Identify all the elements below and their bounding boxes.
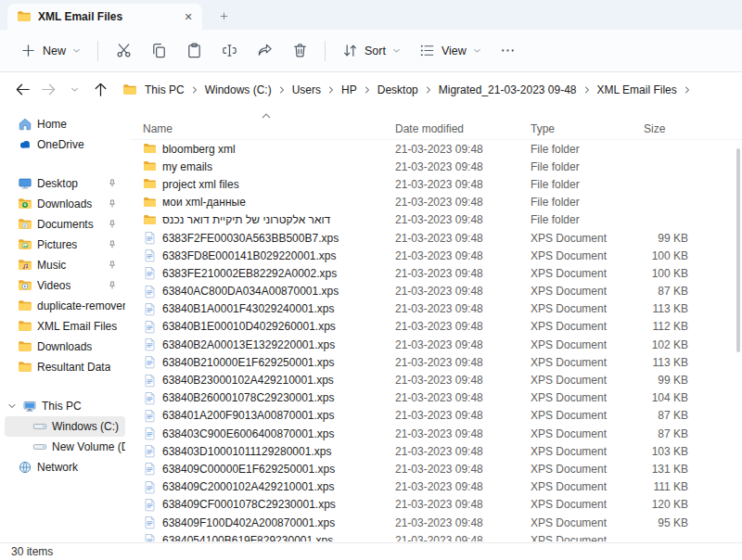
- file-row[interactable]: my emails21-03-2023 09:48File folder: [130, 158, 742, 175]
- breadcrumb-item[interactable]: Windows (C:): [201, 81, 275, 99]
- file-row[interactable]: דואר אלקטרוני של תיקיית דואר נכנס21-03-2…: [130, 211, 742, 229]
- sidebar-item[interactable]: Desktop: [5, 173, 125, 194]
- file-size: 87 KB: [644, 285, 712, 298]
- breadcrumb-item[interactable]: Desktop: [374, 81, 422, 99]
- sidebar-item-label: Home: [37, 118, 67, 131]
- back-button[interactable]: [9, 77, 35, 103]
- file-date-modified: 21-03-2023 09:48: [395, 320, 531, 333]
- breadcrumb-item[interactable]: Users: [288, 81, 325, 99]
- file-row[interactable]: 63840B2A00013E1329220001.xps21-03-2023 0…: [130, 336, 742, 353]
- new-button[interactable]: New: [11, 35, 90, 66]
- vertical-scrollbar[interactable]: [736, 148, 740, 352]
- file-row[interactable]: 63840B1E00010D4029260001.xps21-03-2023 0…: [130, 318, 742, 336]
- rename-button[interactable]: [212, 35, 246, 67]
- recent-locations-button[interactable]: [61, 77, 87, 103]
- file-row[interactable]: 6383F2FE00030A563BB500B7.xps21-03-2023 0…: [130, 229, 742, 247]
- file-row[interactable]: 638409C00000E1F629250001.xps21-03-2023 0…: [130, 460, 742, 477]
- file-row[interactable]: bloomberg xml21-03-2023 09:48File folder: [130, 140, 742, 158]
- file-type: XPS Document: [531, 320, 644, 333]
- file-size: 99 KB: [644, 374, 712, 387]
- file-date-modified: 21-03-2023 09:48: [395, 160, 531, 173]
- file-row[interactable]: 63840AC800DA034A00870001.xps21-03-2023 0…: [130, 283, 742, 300]
- view-button-label: View: [441, 45, 467, 57]
- new-tab-button[interactable]: [211, 4, 236, 28]
- file-row[interactable]: 6383FE210002EB82292A0002.xps21-03-2023 0…: [130, 264, 742, 282]
- tab-close-icon[interactable]: ✕: [180, 8, 197, 25]
- file-type: XPS Document: [531, 516, 644, 529]
- file-row[interactable]: 638401A200F9013A00870001.xps21-03-2023 0…: [130, 407, 742, 425]
- forward-button[interactable]: [35, 77, 61, 103]
- column-header-type[interactable]: Type: [531, 122, 644, 135]
- breadcrumb-item[interactable]: This PC: [141, 81, 188, 99]
- file-row[interactable]: мои xml-данные21-03-2023 09:48File folde…: [130, 194, 742, 211]
- file-row[interactable]: 63840B1A0001F43029240001.xps21-03-2023 0…: [130, 300, 742, 318]
- tab-xml-email-files[interactable]: XML Email Files ✕: [7, 4, 202, 30]
- clipboard-icon: [186, 42, 203, 59]
- file-date-modified: 21-03-2023 09:48: [395, 463, 531, 476]
- file-name: 63840AC800DA034A00870001.xps: [162, 285, 339, 298]
- file-size: 100 KB: [644, 249, 712, 262]
- sidebar-item[interactable]: Downloads: [5, 194, 125, 214]
- arrow-up-icon: [92, 81, 109, 98]
- file-size: 131 KB: [644, 463, 712, 476]
- folder-icon: [18, 319, 32, 334]
- sidebar-item[interactable]: Music: [5, 255, 125, 275]
- column-header-name[interactable]: Name: [143, 122, 395, 135]
- trash-icon: [291, 42, 309, 59]
- file-row[interactable]: project xml files21-03-2023 09:48File fo…: [130, 175, 742, 193]
- sidebar-item[interactable]: New Volume (D:): [5, 437, 125, 457]
- file-row[interactable]: 638403D10001011129280001.xps21-03-2023 0…: [130, 442, 742, 460]
- sidebar-item[interactable]: XML Email Files: [5, 316, 125, 337]
- sidebar-item[interactable]: Resultant Data: [5, 357, 125, 377]
- delete-button[interactable]: [283, 35, 316, 67]
- file-row[interactable]: 638403C900E6006400870001.xps21-03-2023 0…: [130, 425, 742, 442]
- share-button[interactable]: [248, 35, 281, 67]
- folder-icon: [143, 196, 157, 210]
- view-button[interactable]: View: [410, 35, 491, 66]
- file-explorer-window: XML Email Files ✕ New: [0, 0, 742, 560]
- items-count: 30 items: [11, 545, 53, 558]
- sidebar-item[interactable]: duplicate-remover: [5, 296, 125, 316]
- sidebar-item[interactable]: Downloads: [5, 337, 125, 357]
- file-row[interactable]: 63840B23000102A429210001.xps21-03-2023 0…: [130, 371, 742, 388]
- sidebar-item[interactable]: Windows (C:): [5, 416, 125, 437]
- file-row[interactable]: 63840B260001078C29230001.xps21-03-2023 0…: [130, 389, 742, 407]
- sort-button[interactable]: Sort: [333, 35, 410, 66]
- breadcrumb-item[interactable]: XML Email Files: [594, 81, 681, 99]
- sidebar-item[interactable]: Documents: [5, 214, 125, 235]
- file-row[interactable]: 638409CF0001078C29230001.xps21-03-2023 0…: [130, 496, 742, 514]
- sidebar-item-label: Documents: [37, 218, 94, 231]
- new-button-label: New: [43, 45, 66, 57]
- copy-button[interactable]: [142, 35, 175, 67]
- file-type: XPS Document: [531, 232, 644, 245]
- file-name: 6383F2FE00030A563BB500B7.xps: [162, 232, 339, 245]
- network-icon: [18, 460, 32, 475]
- more-options-button[interactable]: [492, 35, 525, 67]
- file-row[interactable]: 638409F100D402A200870001.xps21-03-2023 0…: [130, 514, 742, 531]
- file-name: 638401A200F9013A00870001.xps: [162, 409, 335, 422]
- file-date-modified: 21-03-2023 09:48: [395, 213, 531, 226]
- sidebar-item[interactable]: Videos: [5, 275, 125, 296]
- file-row[interactable]: 6384054100B619F829230001.xps21-03-2023 0…: [130, 531, 742, 541]
- cut-button[interactable]: [107, 35, 140, 67]
- breadcrumb-item[interactable]: HP: [338, 81, 361, 99]
- file-name: 638403D10001011129280001.xps: [162, 445, 331, 458]
- sidebar-item[interactable]: OneDrive: [5, 134, 125, 155]
- file-name: דואר אלקטרוני של תיקיית דואר נכנס: [162, 213, 330, 226]
- breadcrumb-item[interactable]: Migrated_21-03-2023 09-48: [435, 81, 581, 99]
- sidebar-item[interactable]: This PC: [5, 396, 125, 416]
- file-type: XPS Document: [531, 249, 644, 262]
- file-row[interactable]: 638409C2000102A429210001.xps21-03-2023 0…: [130, 478, 742, 496]
- column-header-size[interactable]: Size: [644, 122, 712, 135]
- sidebar-item[interactable]: Network: [5, 457, 125, 477]
- paste-button[interactable]: [177, 35, 211, 67]
- sort-ascending-indicator: [260, 110, 273, 120]
- column-header-date-modified[interactable]: Date modified: [395, 122, 531, 135]
- up-button[interactable]: [87, 77, 113, 103]
- sidebar-item[interactable]: Pictures: [5, 235, 125, 255]
- file-type: XPS Document: [531, 302, 644, 315]
- sidebar-item[interactable]: Home: [5, 114, 125, 134]
- file-row[interactable]: 6383FD8E000141B029220001.xps21-03-2023 0…: [130, 247, 742, 264]
- file-row[interactable]: 63840B210000E1F629250001.xps21-03-2023 0…: [130, 353, 742, 371]
- chevron-down-icon[interactable]: [6, 401, 18, 412]
